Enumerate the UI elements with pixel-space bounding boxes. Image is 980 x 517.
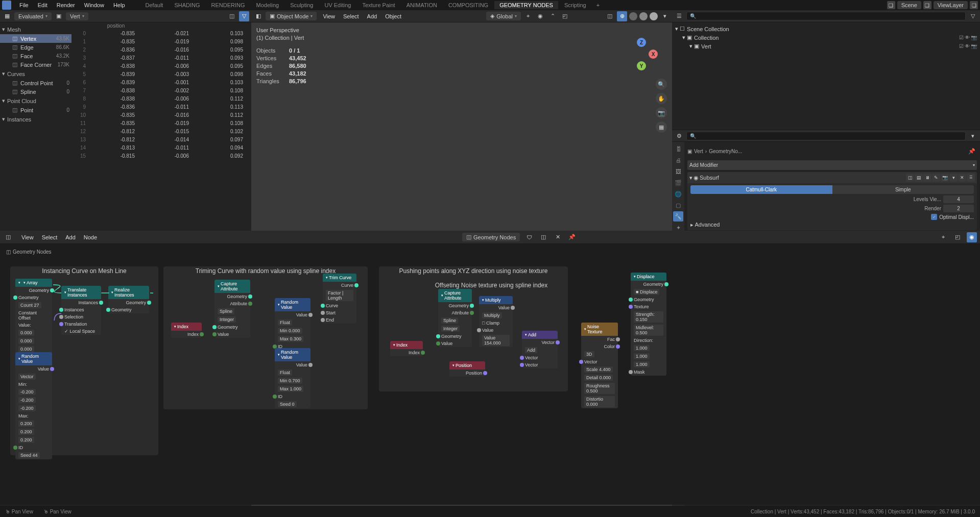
table-row[interactable]: 12-0.812-0.0150.102 <box>71 129 251 137</box>
perspective-icon[interactable]: ▦ <box>656 121 667 133</box>
table-row[interactable]: 0-0.835-0.0210.103 <box>71 31 251 39</box>
advanced-toggle[interactable]: ▸ Advanced <box>690 221 720 228</box>
eye-icon[interactable]: 👁 <box>965 35 970 40</box>
nodegroup-selector[interactable]: ◫ Geometry Nodes <box>462 233 520 241</box>
socket[interactable]: ✓ Local Space <box>61 328 101 335</box>
mod-dropdown-icon[interactable]: ▾ <box>949 174 958 182</box>
outliner-item[interactable]: ▾ ▣Collection☑👁📷 <box>672 33 980 42</box>
node-header[interactable]: Trim Curve <box>323 274 356 282</box>
socket[interactable]: Value <box>438 340 472 347</box>
socket[interactable]: Seed 0 <box>275 400 310 408</box>
viewport-menu[interactable]: View <box>319 12 339 20</box>
catmull-button[interactable]: Catmull-Clark <box>690 185 832 194</box>
levels-field[interactable]: 4 <box>943 195 974 203</box>
layer-dropdown[interactable]: ViewLayer <box>934 1 968 9</box>
pin-icon[interactable]: 📌 <box>567 232 577 242</box>
workspace-tab[interactable]: COMPOSITING <box>443 1 493 9</box>
editor-type-icon[interactable]: ◫ <box>3 232 13 242</box>
node[interactable]: Trim CurveCurveFactor | LengthCurveStart… <box>323 274 356 324</box>
app-logo-icon[interactable] <box>2 1 11 10</box>
render-icon[interactable]: 📷 <box>971 43 977 49</box>
table-row[interactable]: 3-0.837-0.0110.093 <box>71 55 251 63</box>
mod-icon[interactable]: 📷 <box>941 174 949 182</box>
viewport-menu[interactable]: Select <box>339 12 363 20</box>
filter-icon[interactable]: ▽ <box>239 11 249 21</box>
gizmo-dropdown-icon[interactable]: ⌃ <box>547 11 558 21</box>
socket[interactable]: Constant Offset <box>15 309 52 322</box>
socket[interactable]: -0.200 <box>15 396 52 404</box>
add-modifier-button[interactable]: Add Modifier <box>687 160 977 170</box>
outliner-item[interactable]: ▾ ▣Vert☑👁📷 <box>672 42 980 51</box>
workspace-tab[interactable]: Default <box>140 1 169 9</box>
socket[interactable]: 0.200 <box>15 420 52 428</box>
socket[interactable]: Factor | Length <box>323 289 356 302</box>
exclude-icon[interactable]: ☑ <box>959 35 964 40</box>
socket[interactable]: ID <box>15 444 52 451</box>
socket[interactable]: Vector <box>522 339 558 346</box>
socket[interactable]: ID <box>275 393 310 400</box>
workspace-tab[interactable]: SHADING <box>169 1 205 9</box>
socket[interactable]: Value <box>275 361 310 368</box>
shading-wire-icon[interactable]: ⊕ <box>617 11 627 21</box>
shading-render-icon[interactable] <box>650 12 658 20</box>
viewport-menu[interactable]: Object <box>381 12 405 20</box>
table-row[interactable]: 5-0.839-0.0030.098 <box>71 71 251 80</box>
node-header[interactable]: Array <box>20 279 51 287</box>
socket[interactable]: Color <box>581 343 618 350</box>
node-menu[interactable]: View <box>17 233 38 241</box>
shading-solid-icon[interactable] <box>629 12 637 20</box>
outliner-item[interactable]: ▾ ☐ Scene Collection <box>672 24 980 33</box>
scene-icon[interactable]: ❑ <box>887 1 895 9</box>
table-row[interactable]: 8-0.838-0.0060.112 <box>71 96 251 104</box>
socket[interactable]: Vector <box>522 354 558 361</box>
table-row[interactable]: 9-0.836-0.0110.113 <box>71 104 251 112</box>
table-row[interactable]: 6-0.839-0.0010.103 <box>71 80 251 88</box>
snap-icon[interactable]: ⌖ <box>523 11 533 21</box>
socket[interactable]: Instances <box>61 306 101 313</box>
tree-item[interactable]: ◫Face43.2K <box>0 52 71 60</box>
overlay-icon[interactable]: ◰ <box>560 11 570 21</box>
render-icon[interactable]: 📷 <box>971 35 977 40</box>
socket[interactable]: Roughness 0.500 <box>581 382 618 395</box>
socket[interactable]: Integer <box>214 315 250 324</box>
socket[interactable]: Start <box>323 309 356 316</box>
table-row[interactable]: 13-0.812-0.0140.097 <box>71 137 251 145</box>
exclude-icon[interactable]: ☑ <box>959 43 964 49</box>
table-row[interactable]: 2-0.836-0.0160.095 <box>71 47 251 55</box>
node[interactable]: Noise TextureFacColor3DVectorScale 4.400… <box>581 323 618 408</box>
socket[interactable]: Min 0.000 <box>275 327 310 335</box>
editor-type-icon[interactable]: ⚙ <box>674 131 684 141</box>
editor-type-icon[interactable]: ▦ <box>2 11 12 21</box>
axis-gizmo[interactable]: Z X Y <box>625 38 658 70</box>
mod-drag-icon[interactable]: ⠿ <box>967 174 975 182</box>
socket[interactable]: Strength: 0.150 <box>631 310 666 324</box>
tab-object-icon[interactable]: ▢ <box>673 200 683 210</box>
tab-modifier-icon[interactable]: 🔧 <box>673 211 683 221</box>
table-row[interactable]: 11-0.835-0.0190.108 <box>71 120 251 129</box>
node-canvas[interactable]: ◫ Geometry Nodes Instancing Curve on Mes… <box>0 244 980 505</box>
socket[interactable]: 1.000 <box>631 352 666 360</box>
mod-icon[interactable]: 🖥 <box>923 174 931 182</box>
node[interactable]: MultiplyValueMultiply□ ClampValueValue 1… <box>479 296 513 347</box>
optimal-display-checkbox[interactable]: ✓Optimal Displ... <box>931 214 974 220</box>
mod-icon[interactable]: ◫ <box>906 174 914 182</box>
socket[interactable]: Value <box>275 311 310 318</box>
chevron-down-icon[interactable]: ▾ <box>689 175 692 181</box>
socket[interactable]: Geometry <box>108 306 149 313</box>
viewport-menu[interactable]: Add <box>363 12 381 20</box>
zoom-icon[interactable]: 🔍 <box>656 79 667 90</box>
workspace-tab[interactable]: Modeling <box>251 1 284 9</box>
menu-render[interactable]: Render <box>53 1 79 9</box>
socket[interactable]: Vector <box>15 373 52 381</box>
socket[interactable]: Mask <box>631 368 666 376</box>
socket[interactable]: Spline <box>214 307 250 315</box>
socket[interactable]: Spline <box>438 316 472 325</box>
socket[interactable]: Geometry <box>438 333 472 340</box>
options-icon[interactable]: ◉ <box>967 232 977 242</box>
fake-user-icon[interactable]: ◫ <box>538 232 548 242</box>
node[interactable]: Capture AttributeGeometryAttributeSpline… <box>438 289 472 347</box>
node[interactable]: Array <box>20 279 51 287</box>
tab-world-icon[interactable]: 🌐 <box>673 189 683 199</box>
axis-x-icon[interactable]: X <box>649 50 658 59</box>
camera-icon[interactable]: 📷 <box>656 107 667 118</box>
